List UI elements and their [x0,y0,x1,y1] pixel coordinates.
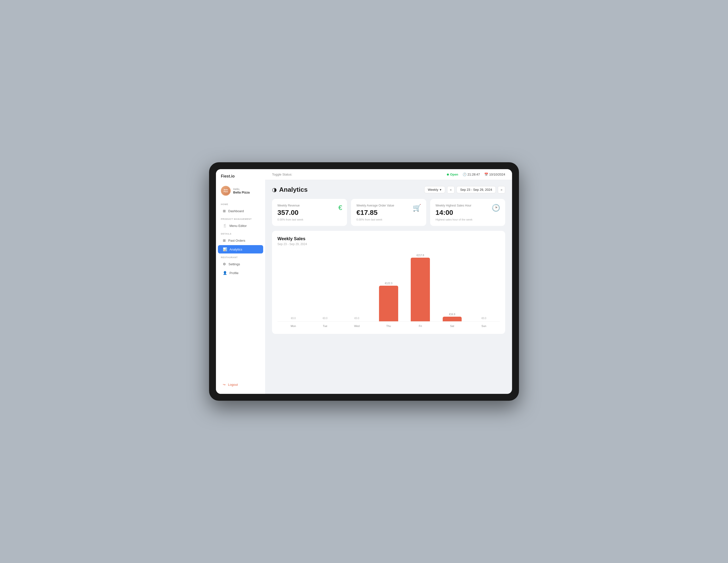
chart-title: Weekly Sales [277,236,500,242]
header-date: 📅 10/10/2024 [484,173,505,176]
section-restaurant: RESTAURANT [216,254,265,260]
device-frame: Fiest.io BellaPizza Hello, Bella Pizza H… [209,162,519,401]
logout-icon: ↪ [223,383,226,386]
logout-button[interactable]: ↪ Logout [216,380,265,389]
status-text: Open [450,173,458,176]
bar-day-label-sun: Sun [482,324,486,327]
analytics-page-icon: ◑ [272,187,277,193]
avg-order-value: €17.85 [356,209,421,217]
avg-order-label: Weekly Average Order Value [356,204,421,207]
bar-thu [379,286,398,321]
sidebar-item-profile[interactable]: 👤 Profile [218,269,263,277]
main-content: Toggle Status: Open 🕐 21:28:47 📅 10/10/2… [265,169,512,394]
user-profile-section: BellaPizza Hello, Bella Pizza [216,184,265,201]
next-period-button[interactable]: » [498,186,505,194]
bar-zero-label-mon: €0.0 [291,317,296,319]
bar-fri [411,258,430,321]
bar-chart: €0.0Mon€0.0Tue€0.0Wed€122.3Thu€217.8Fri€… [277,250,500,328]
calendar-icon: 📅 [484,173,488,176]
section-details: DETAILS [216,230,265,236]
highest-hour-label: Weekly Highest Sales Hour [436,204,500,207]
page-header: ◑ Analytics Weekly ▾ « Sep 23 - Sep 29, … [272,186,505,194]
bar-group-sat: €16.9Sat [436,250,468,328]
analytics-icon: 📊 [223,247,227,251]
highest-hour-card: Weekly Highest Sales Hour 14:00 Highest … [430,199,505,226]
cart-icon: 🛒 [413,204,421,212]
settings-icon: ⚙ [223,262,226,266]
revenue-sub: 0.00% from last week [277,218,342,221]
page-title: Analytics [279,186,308,194]
app-logo: Fiest.io [216,174,265,184]
bar-zero-label-sun: €0.0 [482,317,486,319]
period-selector[interactable]: Weekly ▾ [424,186,445,193]
menu-editor-icon: 🍴 [223,224,227,228]
bar-group-wed: €0.0Wed [341,250,373,328]
dashboard-label: Dashboard [228,209,244,213]
greeting: Hello, [233,188,250,191]
euro-icon: € [338,204,342,212]
sidebar-item-menu-editor[interactable]: 🍴 Menu Editor [218,222,263,230]
bar-group-tue: €0.0Tue [309,250,341,328]
bar-group-fri: €217.8Fri [405,250,436,328]
header-time: 🕐 21:28:47 [463,173,480,176]
period-label: Weekly [428,188,438,192]
date-range-display: Sep 23 - Sep 29, 2024 [456,186,496,193]
dashboard-icon: ⊞ [223,209,226,213]
highest-hour-value: 14:00 [436,209,500,217]
profile-icon: 👤 [223,271,227,275]
bar-value-label-thu: €122.3 [385,282,393,285]
chevron-down-icon: ▾ [440,188,441,192]
bar-value-label-sat: €16.9 [449,313,455,316]
status-dot [447,174,449,176]
menu-editor-label: Menu Editor [229,224,247,228]
page-title-row: ◑ Analytics [272,186,308,194]
sidebar-item-dashboard[interactable]: ⊞ Dashboard [218,207,263,215]
prev-period-button[interactable]: « [447,186,455,194]
highest-hour-sub: Highest sales hour of the week [436,218,500,221]
sidebar: Fiest.io BellaPizza Hello, Bella Pizza H… [216,169,265,394]
sidebar-item-past-orders[interactable]: ⊞ Past Orders [218,236,263,245]
revenue-label: Weekly Revenue [277,204,342,207]
bar-day-label-wed: Wed [354,324,360,327]
toggle-status-label: Toggle Status: [272,173,292,176]
settings-label: Settings [228,262,240,266]
bar-day-label-fri: Fri [419,324,422,327]
sidebar-item-analytics[interactable]: 📊 Analytics [218,245,263,254]
user-name: Bella Pizza [233,191,250,194]
avatar: BellaPizza [221,186,231,196]
status-badge: Open [447,173,458,176]
bar-value-label-fri: €217.8 [417,254,424,257]
sidebar-item-settings[interactable]: ⚙ Settings [218,260,263,268]
bar-day-label-tue: Tue [323,324,327,327]
past-orders-icon: ⊞ [223,239,226,243]
bar-day-label-thu: Thu [386,324,391,327]
bar-zero-label-tue: €0.0 [323,317,327,319]
bar-day-label-mon: Mon [291,324,296,327]
bar-group-sun: €0.0Sun [468,250,500,328]
header-right: Open 🕐 21:28:47 📅 10/10/2024 [447,173,505,176]
chart-card: Weekly Sales Sep 23 - Sep 29, 2024 €0.0M… [272,231,505,334]
revenue-card: Weekly Revenue 357.00 0.00% from last we… [272,199,347,226]
chart-subtitle: Sep 23 - Sep 29, 2024 [277,243,500,246]
page-content: ◑ Analytics Weekly ▾ « Sep 23 - Sep 29, … [265,180,512,394]
stat-cards: Weekly Revenue 357.00 0.00% from last we… [272,199,505,226]
bar-group-thu: €122.3Thu [373,250,404,328]
analytics-label: Analytics [229,248,242,251]
bar-day-label-sat: Sat [450,324,454,327]
profile-label: Profile [229,271,239,275]
clock-icon: 🕑 [492,204,500,212]
section-home: HOME [216,201,265,207]
bar-group-mon: €0.0Mon [277,250,309,328]
logout-label: Logout [228,383,238,386]
clock-icon: 🕐 [463,173,467,176]
header-bar: Toggle Status: Open 🕐 21:28:47 📅 10/10/2… [265,169,512,180]
avg-order-sub: 0.00% from last week [356,218,421,221]
revenue-value: 357.00 [277,209,342,217]
user-info: Hello, Bella Pizza [233,188,250,194]
past-orders-label: Past Orders [228,239,245,243]
bar-sat [443,317,462,321]
date-controls: Weekly ▾ « Sep 23 - Sep 29, 2024 » [424,186,505,194]
section-product-management: PRODUCT MANAGEMENT [216,215,265,221]
avg-order-card: Weekly Average Order Value €17.85 0.00% … [351,199,426,226]
screen: Fiest.io BellaPizza Hello, Bella Pizza H… [216,169,512,394]
